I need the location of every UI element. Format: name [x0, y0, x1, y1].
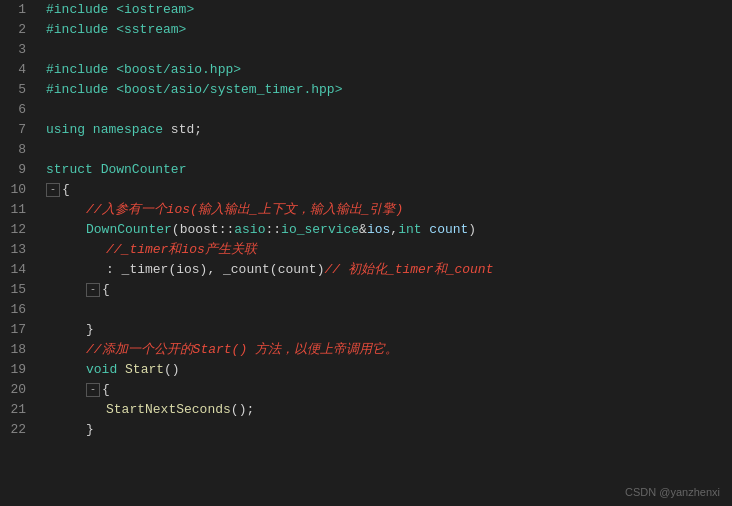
code-token: std;	[163, 120, 202, 140]
code-line: : _timer(ios), _count(count) // 初始化_time…	[46, 260, 724, 280]
code-token: #include <boost/asio.hpp>	[46, 60, 241, 80]
code-line: #include <boost/asio/system_timer.hpp>	[46, 80, 724, 100]
code-line	[46, 300, 724, 320]
code-token: //入参有一个ios(输入输出_上下文，输入输出_引擎)	[86, 200, 403, 220]
code-token: void	[86, 360, 117, 380]
code-line: - {	[46, 180, 724, 200]
code-token: &	[359, 220, 367, 240]
code-token: (boost::	[172, 220, 234, 240]
code-token: {	[62, 180, 70, 200]
code-line: StartNextSeconds ();	[46, 400, 724, 420]
code-token: : _timer(ios), _count(count)	[106, 260, 324, 280]
code-line: #include <sstream>	[46, 20, 724, 40]
code-line: }	[46, 320, 724, 340]
code-token	[93, 160, 101, 180]
code-line: using namespace std;	[46, 120, 724, 140]
code-token	[85, 120, 93, 140]
code-token: }	[86, 420, 94, 440]
fold-icon[interactable]: -	[86, 283, 100, 297]
code-area: 1 2 3 4 5 6 7 8 9 10 11 12 13 14 15 16 1…	[0, 0, 732, 506]
code-token: io_service	[281, 220, 359, 240]
code-token: #include <boost/asio/system_timer.hpp>	[46, 80, 342, 100]
code-token: {	[102, 380, 110, 400]
code-token: #include <iostream>	[46, 0, 194, 20]
code-token: ios	[367, 220, 390, 240]
code-token: ()	[164, 360, 180, 380]
code-line: //_timer和ios产生关联	[46, 240, 724, 260]
code-line: //添加一个公开的Start() 方法，以便上帝调用它。	[46, 340, 724, 360]
code-token: int	[398, 220, 421, 240]
fold-icon[interactable]: -	[86, 383, 100, 397]
code-token: StartNextSeconds	[106, 400, 231, 420]
code-token: struct	[46, 160, 93, 180]
code-token	[117, 360, 125, 380]
code-token: ::	[265, 220, 281, 240]
fold-icon[interactable]: -	[46, 183, 60, 197]
code-token: //_timer和ios产生关联	[106, 240, 257, 260]
code-editor: 1 2 3 4 5 6 7 8 9 10 11 12 13 14 15 16 1…	[0, 0, 732, 506]
code-line	[46, 140, 724, 160]
code-token: asio	[234, 220, 265, 240]
code-line: //入参有一个ios(输入输出_上下文，输入输出_引擎)	[46, 200, 724, 220]
code-token: Start	[125, 360, 164, 380]
code-line: - {	[46, 280, 724, 300]
code-line	[46, 100, 724, 120]
code-token: DownCounter	[86, 220, 172, 240]
code-token: DownCounter	[101, 160, 187, 180]
code-token: using	[46, 120, 85, 140]
code-content: #include <iostream> #include <sstream> #…	[38, 0, 732, 506]
code-line: - {	[46, 380, 724, 400]
code-token: count	[429, 220, 468, 240]
code-token: namespace	[93, 120, 163, 140]
code-token: //添加一个公开的Start() 方法，以便上帝调用它。	[86, 340, 398, 360]
code-line: #include <iostream>	[46, 0, 724, 20]
code-line: DownCounter (boost:: asio :: io_service …	[46, 220, 724, 240]
line-numbers: 1 2 3 4 5 6 7 8 9 10 11 12 13 14 15 16 1…	[0, 0, 38, 506]
code-token	[422, 220, 430, 240]
code-token: }	[86, 320, 94, 340]
code-token: ,	[390, 220, 398, 240]
code-line: #include <boost/asio.hpp>	[46, 60, 724, 80]
code-token: ();	[231, 400, 254, 420]
code-token: )	[468, 220, 476, 240]
code-token: // 初始化_timer和_count	[324, 260, 493, 280]
code-token: #include <sstream>	[46, 20, 186, 40]
code-line: void Start ()	[46, 360, 724, 380]
code-line: struct DownCounter	[46, 160, 724, 180]
watermark: CSDN @yanzhenxi	[625, 486, 720, 498]
code-token: {	[102, 280, 110, 300]
code-line: }	[46, 420, 724, 440]
code-line	[46, 40, 724, 60]
